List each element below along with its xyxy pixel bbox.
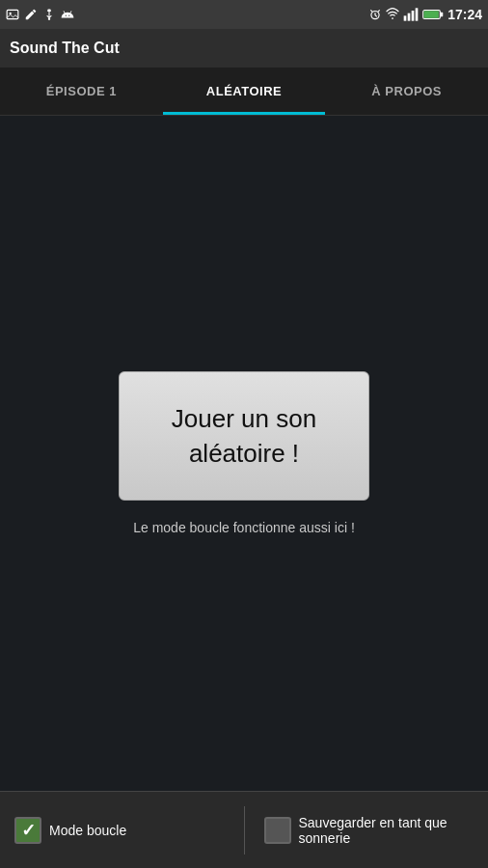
bottom-bar: ✓ Mode boucle Sauvegarder en tant que so… [0,791,488,868]
status-icons-left [6,8,74,21]
tab-about[interactable]: À PROPOS [325,68,488,115]
save-ringtone-label: Sauvegarder en tant que sonnerie [299,815,474,846]
loop-mode-checkbox[interactable]: ✓ [14,817,41,844]
image-icon [6,8,19,21]
battery-icon [422,8,444,21]
main-content: Jouer un son aléatoire ! Le mode boucle … [0,116,488,791]
wifi-icon [386,8,399,21]
usb-icon [42,8,56,21]
checkmark-icon: ✓ [21,820,36,841]
play-button-text: Jouer un son aléatoire ! [168,401,320,472]
status-icons-right: 17:24 [368,7,482,22]
bottom-divider [244,806,245,854]
helper-text: Le mode boucle fonctionne aussi ici ! [133,520,355,535]
alarm-icon [368,8,382,21]
svg-point-4 [68,15,69,16]
svg-rect-9 [412,11,415,21]
status-bar: 17:24 [0,0,488,29]
loop-mode-label: Mode boucle [49,823,126,838]
tab-episode[interactable]: ÉPISODE 1 [0,68,163,115]
svg-rect-10 [416,8,419,20]
svg-rect-7 [404,15,407,20]
edit-icon [24,8,38,21]
svg-point-6 [392,17,393,19]
tab-random[interactable]: ALÉATOIRE [163,68,326,115]
svg-rect-8 [408,14,411,21]
status-time: 17:24 [447,7,482,22]
svg-rect-13 [424,11,439,17]
svg-rect-0 [7,10,18,18]
tab-bar[interactable]: ÉPISODE 1 ALÉATOIRE À PROPOS [0,68,488,116]
title-bar: Sound The Cut [0,29,488,68]
play-random-button[interactable]: Jouer un son aléatoire ! [119,371,369,502]
app-title: Sound The Cut [10,40,120,57]
save-ringtone-group: Sauvegarder en tant que sonnerie [264,815,474,846]
loop-mode-group: ✓ Mode boucle [14,817,225,844]
svg-point-3 [66,15,67,16]
save-ringtone-checkbox[interactable] [264,817,291,844]
signal-icon [403,8,419,21]
svg-point-2 [48,18,50,20]
svg-rect-12 [441,13,444,16]
android-icon [61,8,74,21]
